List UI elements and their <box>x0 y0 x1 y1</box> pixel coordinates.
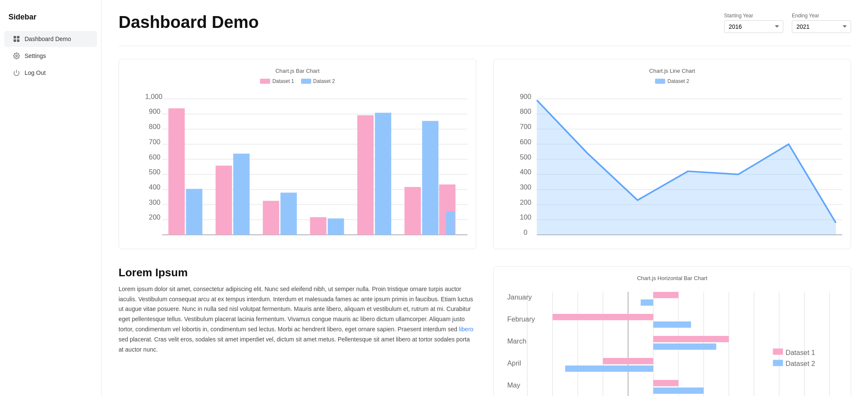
bar-may-ds1 <box>357 115 374 235</box>
svg-rect-2 <box>14 39 16 42</box>
svg-text:700: 700 <box>520 123 531 130</box>
hbar-mar-ds1 <box>653 336 729 342</box>
bar-feb-ds1 <box>216 165 232 235</box>
svg-text:300: 300 <box>149 198 160 206</box>
svg-text:February: February <box>210 237 238 239</box>
bar-feb-ds2 <box>233 154 250 235</box>
lorem-text: Lorem ipsum dolor sit amet, consectetur … <box>119 284 476 355</box>
svg-text:Dataset 2: Dataset 2 <box>785 360 815 367</box>
sidebar-title: Sidebar <box>0 8 101 30</box>
line-chart-svg: 900 800 700 600 500 400 300 200 100 0 <box>502 88 842 239</box>
svg-text:0: 0 <box>524 228 528 236</box>
legend-color-dataset2 <box>301 79 311 84</box>
svg-rect-92 <box>773 360 783 366</box>
svg-text:February: February <box>573 237 601 239</box>
svg-text:June: June <box>405 237 420 239</box>
ending-year-label: Ending Year <box>792 13 851 19</box>
line-chart-legend: Dataset 2 <box>502 78 842 84</box>
svg-text:500: 500 <box>520 153 531 161</box>
starting-year-select[interactable]: 2015 2016 2017 2018 2019 2020 2021 2022 <box>724 20 783 33</box>
bar-jun-ds2 <box>422 121 439 235</box>
svg-text:Dataset 1: Dataset 1 <box>785 348 815 356</box>
bar-jan-ds2 <box>186 189 202 235</box>
svg-rect-1 <box>17 36 19 38</box>
legend-label-dataset1: Dataset 1 <box>272 78 294 84</box>
line-area <box>537 100 836 235</box>
svg-text:January: January <box>164 237 189 239</box>
svg-text:600: 600 <box>520 138 531 146</box>
bar-mar-ds2 <box>280 192 297 235</box>
svg-text:200: 200 <box>149 213 160 221</box>
sidebar-item-logout[interactable]: Log Out <box>4 65 97 81</box>
svg-text:200: 200 <box>520 198 531 206</box>
svg-text:600: 600 <box>149 153 160 161</box>
lorem-link-libero[interactable]: libero <box>459 326 473 333</box>
bar-may-ds2 <box>375 113 391 234</box>
starting-year-group: Starting Year 2015 2016 2017 2018 2019 2… <box>724 13 783 33</box>
bar-jun-ds1 <box>404 187 421 235</box>
hbar-feb-ds2 <box>653 322 691 328</box>
hbar-jan-ds1 <box>653 292 678 298</box>
legend-color-line-dataset2 <box>655 79 665 84</box>
line-chart-legend-dataset2: Dataset 2 <box>655 78 689 84</box>
svg-text:900: 900 <box>149 107 160 115</box>
svg-text:March: March <box>628 237 647 239</box>
svg-text:700: 700 <box>149 138 160 146</box>
main-content: Dashboard Demo Starting Year 2015 2016 2… <box>102 0 868 396</box>
svg-text:March: March <box>507 337 526 345</box>
sidebar-item-dashboard-label: Dashboard Demo <box>25 36 71 42</box>
line-chart-container: Chart.js Line Chart Dataset 2 900 800 70… <box>493 59 851 249</box>
horiz-bar-chart-svg: -1,000 -800 -600 -400 -200 0 200 400 600… <box>502 286 842 396</box>
svg-text:400: 400 <box>520 168 531 176</box>
bar-chart-legend: Dataset 1 Dataset 2 <box>127 78 467 84</box>
svg-text:July: July <box>830 237 842 239</box>
hbar-may-ds1 <box>653 380 678 386</box>
ending-year-group: Ending Year 2015 2016 2017 2018 2019 202… <box>792 13 851 33</box>
starting-year-label: Starting Year <box>724 13 783 19</box>
svg-text:April: April <box>507 359 521 367</box>
svg-text:100: 100 <box>520 213 531 221</box>
hbar-mar-ds2 <box>653 344 716 350</box>
bottom-row: Lorem Ipsum Lorem ipsum dolor sit amet, … <box>119 266 851 396</box>
svg-text:300: 300 <box>520 183 531 191</box>
svg-text:March: March <box>261 237 280 239</box>
lorem-heading: Lorem Ipsum <box>119 266 476 279</box>
bar-chart-legend-dataset1: Dataset 1 <box>260 78 294 84</box>
ending-year-select[interactable]: 2015 2016 2017 2018 2019 2020 2021 2022 <box>792 20 851 33</box>
sidebar-item-settings[interactable]: Settings <box>4 48 97 64</box>
horiz-bar-chart-title: Chart.js Horizontal Bar Chart <box>502 275 842 281</box>
dashboard-icon <box>13 35 20 43</box>
bar-chart-container: Chart.js Bar Chart Dataset 1 Dataset 2 1… <box>119 59 476 249</box>
hbar-apr-ds2 <box>565 366 653 372</box>
bar-jul-ds2 <box>446 212 455 235</box>
svg-text:800: 800 <box>149 123 160 130</box>
sidebar-item-settings-label: Settings <box>25 52 46 59</box>
svg-text:May: May <box>732 237 745 239</box>
svg-text:500: 500 <box>149 168 160 176</box>
bar-mar-ds1 <box>263 201 279 235</box>
svg-rect-0 <box>14 36 16 38</box>
lorem-section: Lorem Ipsum Lorem ipsum dolor sit amet, … <box>119 266 476 396</box>
year-selectors: Starting Year 2015 2016 2017 2018 2019 2… <box>724 13 851 33</box>
bar-chart-svg: 1,000 900 800 700 600 500 400 300 200 <box>127 88 467 239</box>
page-header: Dashboard Demo Starting Year 2015 2016 2… <box>119 13 851 33</box>
bar-apr-ds1 <box>310 217 326 235</box>
legend-label-dataset2: Dataset 2 <box>313 78 335 84</box>
gear-icon <box>13 52 20 60</box>
svg-text:800: 800 <box>520 107 531 115</box>
svg-text:400: 400 <box>149 183 160 191</box>
svg-text:July: July <box>442 237 455 239</box>
svg-rect-3 <box>17 39 19 42</box>
legend-color-dataset1 <box>260 79 270 84</box>
svg-text:January: January <box>507 293 532 301</box>
svg-text:May: May <box>359 237 373 239</box>
sidebar-item-dashboard[interactable]: Dashboard Demo <box>4 31 97 47</box>
hbar-may-ds2 <box>653 388 704 394</box>
page-title: Dashboard Demo <box>119 13 259 32</box>
svg-text:February: February <box>507 315 535 323</box>
svg-text:900: 900 <box>520 93 531 100</box>
horiz-bar-chart-container: Chart.js Horizontal Bar Chart <box>493 266 851 396</box>
svg-text:April: April <box>311 237 325 239</box>
top-charts-row: Chart.js Bar Chart Dataset 1 Dataset 2 1… <box>119 59 851 249</box>
legend-label-line-dataset2: Dataset 2 <box>667 78 689 84</box>
